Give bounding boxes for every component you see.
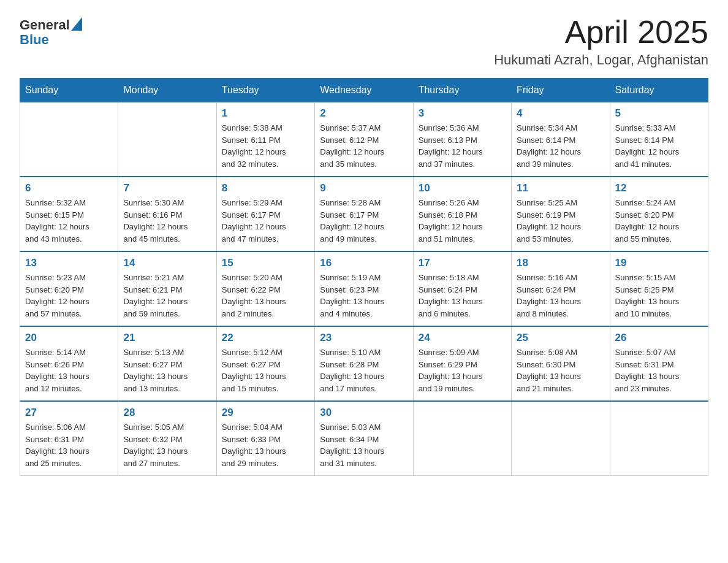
calendar-cell	[512, 401, 610, 476]
day-number: 30	[320, 407, 408, 419]
day-number: 16	[320, 257, 408, 269]
calendar-cell: 9Sunrise: 5:28 AMSunset: 6:17 PMDaylight…	[315, 177, 413, 251]
calendar-table: SundayMondayTuesdayWednesdayThursdayFrid…	[20, 78, 708, 476]
weekday-header-thursday: Thursday	[413, 79, 511, 102]
day-number: 24	[419, 332, 506, 344]
calendar-cell: 30Sunrise: 5:03 AMSunset: 6:34 PMDayligh…	[315, 401, 413, 476]
calendar-cell: 1Sunrise: 5:38 AMSunset: 6:11 PMDaylight…	[216, 102, 314, 177]
day-info: Sunrise: 5:08 AMSunset: 6:30 PMDaylight:…	[517, 347, 604, 394]
day-info: Sunrise: 5:14 AMSunset: 6:26 PMDaylight:…	[25, 347, 113, 394]
day-number: 2	[320, 107, 408, 120]
weekday-header-saturday: Saturday	[610, 79, 708, 102]
calendar-cell	[118, 102, 216, 177]
calendar-cell: 24Sunrise: 5:09 AMSunset: 6:29 PMDayligh…	[413, 326, 511, 401]
weekday-header-row: SundayMondayTuesdayWednesdayThursdayFrid…	[20, 79, 708, 102]
day-number: 12	[615, 182, 703, 194]
calendar-cell: 15Sunrise: 5:20 AMSunset: 6:22 PMDayligh…	[216, 251, 314, 326]
calendar-cell: 19Sunrise: 5:15 AMSunset: 6:25 PMDayligh…	[610, 251, 708, 326]
calendar-cell: 8Sunrise: 5:29 AMSunset: 6:17 PMDaylight…	[216, 177, 314, 251]
calendar-cell: 16Sunrise: 5:19 AMSunset: 6:23 PMDayligh…	[315, 251, 413, 326]
day-info: Sunrise: 5:37 AMSunset: 6:12 PMDaylight:…	[320, 122, 408, 170]
week-row-2: 6Sunrise: 5:32 AMSunset: 6:15 PMDaylight…	[20, 177, 708, 251]
calendar-cell: 12Sunrise: 5:24 AMSunset: 6:20 PMDayligh…	[610, 177, 708, 251]
calendar-cell: 13Sunrise: 5:23 AMSunset: 6:20 PMDayligh…	[20, 251, 118, 326]
day-info: Sunrise: 5:04 AMSunset: 6:33 PMDaylight:…	[222, 421, 309, 469]
day-info: Sunrise: 5:12 AMSunset: 6:27 PMDaylight:…	[222, 347, 309, 394]
day-info: Sunrise: 5:18 AMSunset: 6:24 PMDaylight:…	[419, 272, 506, 320]
calendar-cell: 4Sunrise: 5:34 AMSunset: 6:14 PMDaylight…	[512, 102, 610, 177]
day-number: 22	[222, 332, 309, 344]
calendar-cell: 7Sunrise: 5:30 AMSunset: 6:16 PMDaylight…	[118, 177, 216, 251]
calendar-cell: 23Sunrise: 5:10 AMSunset: 6:28 PMDayligh…	[315, 326, 413, 401]
weekday-header-sunday: Sunday	[20, 79, 118, 102]
logo: General Blue	[20, 17, 82, 48]
day-info: Sunrise: 5:29 AMSunset: 6:17 PMDaylight:…	[222, 197, 309, 245]
logo-triangle-icon	[71, 17, 82, 31]
day-info: Sunrise: 5:05 AMSunset: 6:32 PMDaylight:…	[123, 421, 211, 469]
day-info: Sunrise: 5:20 AMSunset: 6:22 PMDaylight:…	[222, 272, 309, 320]
day-info: Sunrise: 5:34 AMSunset: 6:14 PMDaylight:…	[517, 122, 604, 170]
day-number: 19	[615, 257, 703, 269]
day-number: 9	[320, 182, 408, 194]
week-row-3: 13Sunrise: 5:23 AMSunset: 6:20 PMDayligh…	[20, 251, 708, 326]
day-number: 27	[25, 407, 113, 419]
day-info: Sunrise: 5:36 AMSunset: 6:13 PMDaylight:…	[419, 122, 506, 170]
svg-marker-0	[71, 17, 82, 31]
day-info: Sunrise: 5:33 AMSunset: 6:14 PMDaylight:…	[615, 122, 703, 170]
day-info: Sunrise: 5:25 AMSunset: 6:19 PMDaylight:…	[517, 197, 604, 245]
day-number: 5	[615, 107, 703, 120]
week-row-1: 1Sunrise: 5:38 AMSunset: 6:11 PMDaylight…	[20, 102, 708, 177]
calendar-cell: 5Sunrise: 5:33 AMSunset: 6:14 PMDaylight…	[610, 102, 708, 177]
day-number: 4	[517, 107, 604, 120]
day-number: 11	[517, 182, 604, 194]
calendar-cell: 2Sunrise: 5:37 AMSunset: 6:12 PMDaylight…	[315, 102, 413, 177]
day-info: Sunrise: 5:19 AMSunset: 6:23 PMDaylight:…	[320, 272, 408, 320]
page-header: General Blue April 2025 Hukumati Azrah, …	[20, 15, 708, 68]
day-info: Sunrise: 5:15 AMSunset: 6:25 PMDaylight:…	[615, 272, 703, 320]
calendar-cell: 26Sunrise: 5:07 AMSunset: 6:31 PMDayligh…	[610, 326, 708, 401]
day-number: 25	[517, 332, 604, 344]
day-info: Sunrise: 5:26 AMSunset: 6:18 PMDaylight:…	[419, 197, 506, 245]
calendar-cell: 10Sunrise: 5:26 AMSunset: 6:18 PMDayligh…	[413, 177, 511, 251]
weekday-header-tuesday: Tuesday	[216, 79, 314, 102]
day-info: Sunrise: 5:21 AMSunset: 6:21 PMDaylight:…	[123, 272, 211, 320]
calendar-cell: 28Sunrise: 5:05 AMSunset: 6:32 PMDayligh…	[118, 401, 216, 476]
day-info: Sunrise: 5:24 AMSunset: 6:20 PMDaylight:…	[615, 197, 703, 245]
day-number: 1	[222, 107, 309, 120]
calendar-cell	[20, 102, 118, 177]
day-number: 20	[25, 332, 113, 344]
day-number: 7	[123, 182, 211, 194]
calendar-cell: 29Sunrise: 5:04 AMSunset: 6:33 PMDayligh…	[216, 401, 314, 476]
week-row-4: 20Sunrise: 5:14 AMSunset: 6:26 PMDayligh…	[20, 326, 708, 401]
week-row-5: 27Sunrise: 5:06 AMSunset: 6:31 PMDayligh…	[20, 401, 708, 476]
calendar-cell: 6Sunrise: 5:32 AMSunset: 6:15 PMDaylight…	[20, 177, 118, 251]
day-info: Sunrise: 5:23 AMSunset: 6:20 PMDaylight:…	[25, 272, 113, 320]
day-number: 21	[123, 332, 211, 344]
day-info: Sunrise: 5:30 AMSunset: 6:16 PMDaylight:…	[123, 197, 211, 245]
day-info: Sunrise: 5:28 AMSunset: 6:17 PMDaylight:…	[320, 197, 408, 245]
day-number: 18	[517, 257, 604, 269]
weekday-header-wednesday: Wednesday	[315, 79, 413, 102]
weekday-header-monday: Monday	[118, 79, 216, 102]
calendar-cell: 21Sunrise: 5:13 AMSunset: 6:27 PMDayligh…	[118, 326, 216, 401]
day-info: Sunrise: 5:07 AMSunset: 6:31 PMDaylight:…	[615, 347, 703, 394]
calendar-cell	[610, 401, 708, 476]
calendar-cell: 18Sunrise: 5:16 AMSunset: 6:24 PMDayligh…	[512, 251, 610, 326]
day-number: 28	[123, 407, 211, 419]
calendar-cell: 27Sunrise: 5:06 AMSunset: 6:31 PMDayligh…	[20, 401, 118, 476]
day-number: 29	[222, 407, 309, 419]
calendar-cell	[413, 401, 511, 476]
day-info: Sunrise: 5:03 AMSunset: 6:34 PMDaylight:…	[320, 421, 408, 469]
calendar-subtitle: Hukumati Azrah, Logar, Afghanistan	[494, 52, 708, 68]
logo-blue: Blue	[20, 32, 49, 47]
calendar-cell: 25Sunrise: 5:08 AMSunset: 6:30 PMDayligh…	[512, 326, 610, 401]
day-info: Sunrise: 5:10 AMSunset: 6:28 PMDaylight:…	[320, 347, 408, 394]
day-number: 14	[123, 257, 211, 269]
title-block: April 2025 Hukumati Azrah, Logar, Afghan…	[494, 15, 708, 68]
day-number: 6	[25, 182, 113, 194]
weekday-header-friday: Friday	[512, 79, 610, 102]
day-number: 26	[615, 332, 703, 344]
day-info: Sunrise: 5:09 AMSunset: 6:29 PMDaylight:…	[419, 347, 506, 394]
calendar-cell: 22Sunrise: 5:12 AMSunset: 6:27 PMDayligh…	[216, 326, 314, 401]
day-info: Sunrise: 5:16 AMSunset: 6:24 PMDaylight:…	[517, 272, 604, 320]
